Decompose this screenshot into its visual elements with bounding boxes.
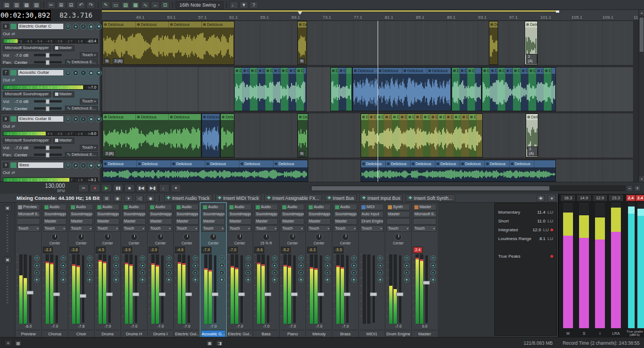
fx-icon[interactable]: ✚ [351,277,357,282]
strip-automation-mode[interactable]: Touch▾ [175,225,199,232]
record-arm-icon[interactable]: ● [73,24,79,30]
record-arm-icon[interactable]: ● [245,263,251,268]
fader-handle[interactable] [211,292,219,296]
copy-icon[interactable]: ⊞ [57,1,66,9]
clip-header[interactable]: Delicious [202,114,220,120]
record-button[interactable]: ● [90,184,100,192]
audio-clip[interactable]: DeliciousDeliciousDeliciousDeliciousDeli… [361,160,556,182]
solo-icon[interactable]: ◉ [88,24,94,30]
channel-fader[interactable] [398,254,402,324]
clip-indicator-led[interactable] [550,255,553,258]
paint-tool-icon[interactable]: ▨ [121,1,130,9]
new-project-icon[interactable]: ▤ [2,1,11,9]
scroll-down-icon[interactable]: ▼ [639,176,644,182]
record-arm-icon[interactable]: ● [87,263,92,268]
playback-options-button[interactable]: ▾ [171,184,181,192]
phase-icon[interactable]: ∅ [61,255,66,261]
channel-fader[interactable] [372,254,376,324]
record-arm-icon[interactable]: ● [378,263,383,268]
help-icon[interactable]: ? [249,1,258,9]
strip-type-row[interactable]: Audio [201,204,225,210]
mixer-strip[interactable]: PreviewMicrosoft S...Touch▾∅●◐✚-6.0Previ… [15,203,41,337]
phase-icon[interactable]: ∅ [298,255,304,261]
fader-handle[interactable] [396,292,403,296]
preview-speaker-icon[interactable]: ◁ [135,195,144,202]
pan-value[interactable]: Center [14,153,32,157]
bus-button[interactable]: Master [53,91,74,97]
clip-header[interactable]: DeDeDeDeDeDeDeDeDeDeDeDeDeDeDe [361,114,482,120]
phase-icon[interactable]: ∅ [34,255,40,261]
audio-clip[interactable]: Deliciousfx [297,21,307,65]
strip-automation-mode[interactable]: Touch▾ [360,225,384,232]
envelope-tool-icon[interactable]: ∿ [141,1,150,9]
channel-fader[interactable] [54,254,59,324]
phase-icon[interactable]: ∅ [140,255,145,261]
strip-bus[interactable]: Master [201,218,225,225]
strip-bus[interactable]: Master [175,218,199,225]
strip-type-row[interactable]: Master [413,204,436,210]
track-lane[interactable]: DeliciousDeliciousDeliciousDeliciousfx3 … [102,21,633,65]
channel-fader[interactable] [266,254,270,324]
horizontal-scroll-thumb[interactable] [312,186,549,191]
close-panel-icon[interactable]: ✖ [4,257,12,263]
channel-fader[interactable] [319,254,323,324]
strip-name[interactable]: Electric Gui... [175,330,199,337]
fader-handle[interactable] [370,292,377,296]
loop-region-bar[interactable] [102,10,557,12]
strip-name[interactable]: Acoustic G... [201,330,225,337]
clip-badge[interactable]: 3 (A) [527,146,538,156]
record-arm-icon[interactable]: ● [430,263,436,268]
metronome-icon[interactable]: ♩ [230,1,238,9]
fader-handle[interactable] [79,294,86,298]
peak-value[interactable]: 2.4 [413,247,423,253]
volume-slider[interactable] [34,100,62,102]
audio-clip[interactable]: DeliciousDeliciousDelicious3 (A) [102,113,201,157]
strip-automation-mode[interactable]: Touch▾ [149,225,172,232]
peak-value[interactable]: -7.9 [201,247,211,253]
routing-icon[interactable]: ⇄ [12,124,15,129]
mixer-strip[interactable]: AudioSoundmapperMasterTouch▾15 % R-5.6∅●… [253,203,279,337]
peak-value[interactable]: -7.0 [228,247,238,253]
clip-header[interactable]: Delicious [298,114,308,120]
clip-header[interactable]: DeDe [331,68,352,74]
phase-icon[interactable]: ∅ [351,255,357,261]
record-arm-icon[interactable]: ● [34,263,40,268]
snap-toggle-icon[interactable]: ⊡ [161,1,170,9]
fader-handle[interactable] [291,292,298,296]
clip-header[interactable]: DeliciousDeliciousDeliciousDeliciousDeli… [103,160,308,167]
channel-fader[interactable] [345,254,350,324]
phase-icon[interactable]: ∅ [245,255,251,261]
mixer-strip[interactable]: AudioSoundmapperMasterTouch▾Center-7.9∅●… [200,203,226,337]
strip-automation-mode[interactable]: Touch▾ [69,225,93,232]
status-grid-icon[interactable]: ▦ [14,340,22,346]
channel-fader[interactable] [134,254,138,324]
pan-knob[interactable] [183,233,190,241]
loudness-add-icon[interactable]: ✚ [537,195,545,202]
fx-icon[interactable]: ✚ [113,277,119,282]
mute-icon[interactable]: ◐ [80,162,86,168]
play-button[interactable]: ▶ [101,184,112,192]
playhead[interactable] [378,21,378,182]
insert-input-bus-button[interactable]: ✚Insert Input Bus [359,194,403,202]
fader-handle[interactable] [159,292,166,296]
bus-button[interactable]: Master [53,138,74,144]
phase-icon[interactable]: ∅ [325,255,330,261]
strip-bus[interactable]: Master [281,218,304,225]
track-name[interactable]: Acoustic Guitar [18,70,63,75]
track-lane[interactable]: DeDeDeDeDeDeDeDeDeDeDeDeliciousDelicious… [102,67,633,111]
fader-handle[interactable] [343,292,351,296]
marker-icon[interactable]: ▼ [239,1,248,9]
strip-output-device[interactable]: Soundmapper [43,211,67,218]
metronome-button[interactable]: ♩ [159,184,170,192]
pan-value[interactable]: Center [14,106,32,111]
zoom-out-icon[interactable]: − [626,185,633,192]
fx-icon[interactable]: ✚ [193,277,198,282]
mute-icon[interactable]: ◐ [298,270,304,275]
fader-handle[interactable] [185,292,192,296]
fx-icon[interactable]: ✚ [34,277,40,282]
strip-automation-mode[interactable]: Touch▾ [307,225,331,232]
fx-icon[interactable]: ✚ [245,277,251,282]
time-display-primary[interactable]: 00:02:30,892 [0,10,51,21]
mute-icon[interactable]: ◐ [80,70,86,76]
peak-value[interactable]: -3.3 [43,247,53,253]
